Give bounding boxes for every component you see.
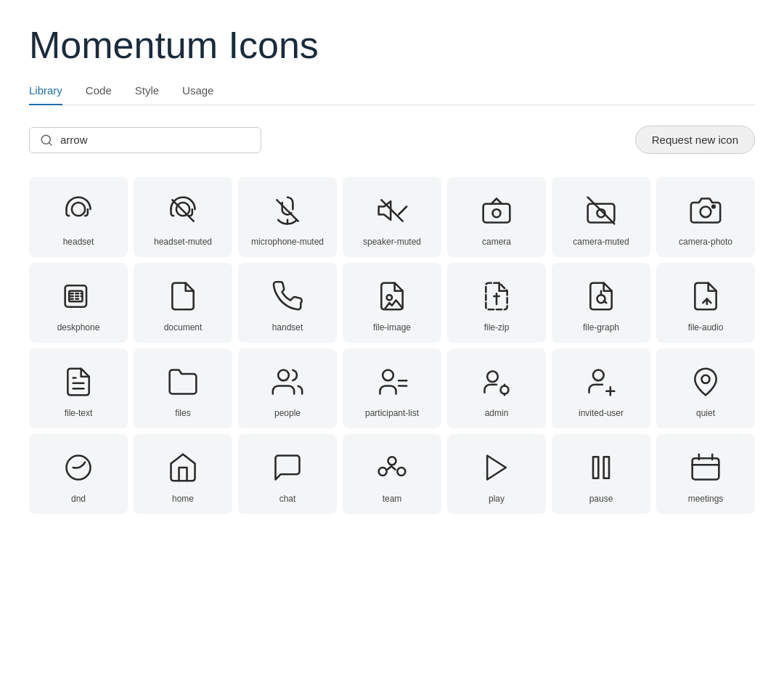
svg-point-43 [379, 468, 387, 476]
headset-muted-icon [164, 192, 202, 229]
icon-item-camera-photo[interactable]: camera-photo [656, 177, 755, 257]
tab-usage[interactable]: Usage [182, 84, 213, 105]
icon-label-microphone-muted: microphone-muted [251, 237, 324, 247]
icon-label-participant-list: participant-list [365, 408, 419, 418]
icon-item-headset[interactable]: headset [29, 177, 128, 257]
icon-item-handset[interactable]: handset [238, 263, 337, 343]
icon-label-file-text: file-text [65, 408, 93, 418]
people-icon [269, 363, 306, 401]
tabs-bar: Library Code Style Usage [29, 84, 755, 105]
search-row: Request new icon [29, 126, 755, 154]
icon-label-play: play [489, 494, 505, 504]
tab-library[interactable]: Library [29, 84, 62, 105]
icon-item-file-image[interactable]: file-image [343, 263, 441, 343]
icon-label-file-graph: file-graph [583, 322, 619, 333]
icon-label-camera: camera [482, 237, 511, 247]
icon-item-microphone-muted[interactable]: microphone-muted [238, 177, 337, 257]
admin-icon [478, 363, 515, 401]
icon-item-chat[interactable]: chat [238, 434, 337, 514]
icon-item-file-graph[interactable]: file-graph [552, 263, 650, 343]
icon-item-people[interactable]: people [238, 348, 337, 428]
icon-item-participant-list[interactable]: participant-list [343, 348, 441, 428]
icon-item-admin[interactable]: admin [447, 348, 546, 428]
icon-item-speaker-muted[interactable]: speaker-muted [343, 177, 441, 257]
icon-label-people: people [274, 408, 301, 418]
icon-label-chat: chat [279, 494, 296, 504]
icon-label-dnd: dnd [71, 494, 86, 504]
file-image-icon [373, 277, 411, 315]
icon-label-pause: pause [589, 494, 613, 504]
icon-item-headset-muted[interactable]: headset-muted [134, 177, 232, 257]
quiet-icon [687, 363, 724, 401]
svg-point-3 [176, 203, 189, 216]
svg-line-8 [381, 200, 402, 221]
file-zip-icon [478, 277, 515, 315]
icon-item-file-zip[interactable]: file-zip [447, 263, 546, 343]
tab-code[interactable]: Code [86, 84, 112, 105]
icons-grid: headsetheadset-mutedmicrophone-mutedspea… [29, 177, 755, 514]
tab-style[interactable]: Style [135, 84, 159, 105]
icon-item-deskphone[interactable]: deskphone [29, 263, 128, 343]
icon-label-file-audio: file-audio [688, 322, 724, 333]
svg-point-38 [487, 371, 498, 382]
icon-label-handset: handset [272, 322, 303, 333]
icon-item-invited-user[interactable]: invited-user [552, 348, 650, 428]
icon-item-camera[interactable]: camera [447, 177, 546, 257]
icon-label-file-image: file-image [373, 322, 411, 333]
icon-item-camera-muted[interactable]: camera-muted [552, 177, 650, 257]
pause-icon [582, 449, 620, 486]
microphone-muted-icon [269, 192, 306, 229]
play-icon [478, 449, 515, 486]
icon-label-meetings: meetings [688, 494, 724, 504]
dnd-icon [60, 449, 97, 486]
icon-label-team: team [383, 494, 402, 504]
svg-rect-46 [593, 457, 598, 478]
icon-item-pause[interactable]: pause [552, 434, 650, 514]
svg-point-42 [388, 457, 396, 465]
icon-item-meetings[interactable]: meetings [656, 434, 755, 514]
file-text-icon [60, 363, 97, 401]
camera-muted-icon [582, 192, 620, 229]
icon-item-team[interactable]: team [343, 434, 441, 514]
svg-point-15 [712, 205, 715, 208]
file-audio-icon [687, 277, 724, 315]
icon-label-files: files [175, 408, 190, 418]
svg-point-2 [72, 203, 85, 216]
participant-list-icon [373, 363, 411, 401]
icon-item-file-text[interactable]: file-text [29, 348, 128, 428]
svg-point-14 [701, 207, 711, 218]
request-icon-button[interactable]: Request new icon [635, 126, 755, 154]
svg-point-41 [702, 375, 710, 383]
icon-label-admin: admin [485, 408, 509, 418]
speaker-muted-icon [373, 192, 411, 229]
team-icon [373, 449, 411, 486]
search-input[interactable] [60, 134, 250, 146]
chat-icon [269, 449, 306, 486]
icon-label-headset: headset [63, 237, 94, 247]
icon-label-headset-muted: headset-muted [154, 237, 212, 247]
svg-line-1 [49, 142, 51, 144]
camera-icon [478, 192, 515, 229]
icon-item-dnd[interactable]: dnd [29, 434, 128, 514]
search-box [29, 127, 261, 153]
svg-rect-48 [693, 458, 719, 479]
svg-marker-45 [487, 456, 506, 480]
icon-item-home[interactable]: home [134, 434, 232, 514]
icon-item-document[interactable]: document [134, 263, 232, 343]
icon-item-quiet[interactable]: quiet [656, 348, 755, 428]
svg-point-35 [383, 370, 393, 381]
document-icon [164, 277, 202, 315]
icon-label-file-zip: file-zip [484, 322, 510, 333]
svg-line-13 [588, 197, 615, 224]
icon-label-document: document [164, 322, 203, 333]
icon-item-play[interactable]: play [447, 434, 546, 514]
icon-item-files[interactable]: files [134, 348, 232, 428]
svg-point-40 [593, 370, 604, 381]
icon-label-quiet: quiet [696, 408, 715, 418]
home-icon [164, 449, 202, 486]
search-icon [40, 134, 53, 147]
icon-label-invited-user: invited-user [579, 408, 624, 418]
icon-item-file-audio[interactable]: file-audio [656, 263, 755, 343]
svg-point-34 [278, 370, 289, 381]
svg-point-44 [397, 468, 405, 476]
